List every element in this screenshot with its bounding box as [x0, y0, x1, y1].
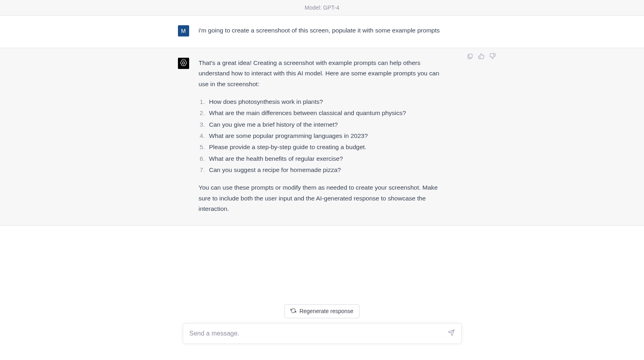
thumbs-up-icon[interactable] [477, 52, 485, 60]
openai-logo-icon [180, 59, 188, 68]
list-item: How does photosynthesis work in plants? [207, 97, 450, 107]
refresh-icon [291, 308, 296, 315]
user-avatar: M [178, 25, 189, 36]
feedback-actions [466, 52, 497, 60]
regenerate-button[interactable]: Regenerate response [285, 304, 359, 318]
assistant-intro: That's a great idea! Creating a screensh… [199, 58, 450, 89]
assistant-avatar [178, 58, 189, 69]
assistant-message-body: That's a great idea! Creating a screensh… [199, 58, 466, 214]
assistant-prompt-list: How does photosynthesis work in plants? … [199, 97, 450, 175]
user-message-text: i'm going to create a screenshoot of thi… [199, 25, 450, 36]
regenerate-label: Regenerate response [299, 308, 353, 314]
send-icon [448, 329, 455, 338]
list-item: What are the main differences between cl… [207, 108, 450, 118]
conversation-scroll[interactable]: M i'm going to create a screenshoot of t… [0, 16, 644, 296]
list-item: Please provide a step-by-step guide to c… [207, 142, 450, 152]
user-message-body: i'm going to create a screenshoot of thi… [199, 25, 466, 36]
copy-icon[interactable] [466, 52, 474, 60]
input-wrap [183, 323, 462, 344]
send-button[interactable] [446, 328, 457, 339]
list-item: Can you suggest a recipe for homemade pi… [207, 165, 450, 175]
svg-rect-0 [469, 54, 472, 58]
model-header: Model: GPT-4 [0, 0, 644, 16]
user-avatar-letter: M [181, 28, 186, 34]
composer-area: Regenerate response [0, 296, 644, 360]
thumbs-down-icon[interactable] [489, 52, 497, 60]
assistant-outro: You can use these prompts or modify them… [199, 182, 450, 214]
list-item: What are the health benefits of regular … [207, 154, 450, 164]
model-label: Model: GPT-4 [305, 4, 339, 11]
user-message-row: M i'm going to create a screenshoot of t… [0, 16, 644, 48]
assistant-message-row: That's a great idea! Creating a screensh… [0, 48, 644, 226]
message-input[interactable] [183, 323, 462, 344]
list-item: Can you give me a brief history of the i… [207, 119, 450, 130]
list-item: What are some popular programming langua… [207, 131, 450, 141]
